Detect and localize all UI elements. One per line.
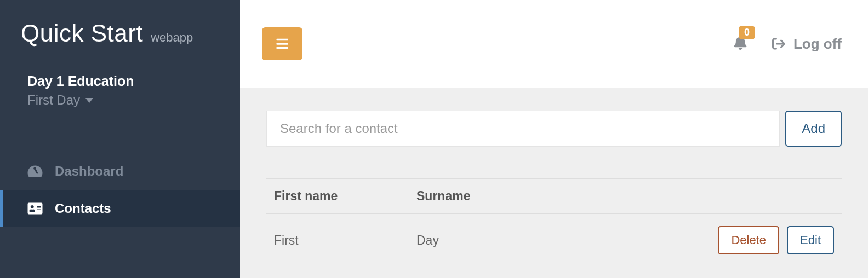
- bars-icon: [275, 37, 290, 50]
- sidebar-item-label: Contacts: [55, 201, 111, 216]
- col-header-surname: Surname: [416, 189, 703, 204]
- add-button[interactable]: Add: [785, 111, 842, 147]
- org-block: Day 1 Education First Day: [0, 60, 240, 125]
- topbar: 0 Log off: [240, 0, 868, 88]
- notifications-button[interactable]: 0: [733, 36, 747, 52]
- org-title: Day 1 Education: [27, 73, 213, 89]
- hamburger-button[interactable]: [262, 27, 302, 60]
- table-header: First name Surname: [266, 178, 842, 214]
- col-header-actions: [703, 189, 834, 204]
- notifications-badge: 0: [739, 26, 755, 39]
- logoff-label: Log off: [793, 36, 842, 53]
- sidebar-item-label: Dashboard: [55, 164, 123, 179]
- topbar-right: 0 Log off: [733, 36, 842, 53]
- brand-sub: webapp: [151, 31, 193, 45]
- table-row: First Day Delete Edit: [266, 214, 842, 267]
- delete-button[interactable]: Delete: [718, 226, 779, 254]
- contacts-table: First name Surname First Day Delete Edit: [266, 178, 842, 267]
- cell-firstname: First: [274, 233, 416, 248]
- col-header-firstname: First name: [274, 189, 416, 204]
- caret-down-icon: [85, 98, 93, 103]
- org-switcher[interactable]: First Day: [27, 92, 93, 108]
- topbar-left: [262, 27, 302, 60]
- sidebar-item-contacts[interactable]: Contacts: [0, 190, 240, 227]
- main: 0 Log off Add First name Surname First D…: [240, 0, 868, 278]
- search-input[interactable]: [266, 111, 780, 147]
- dashboard-icon: [27, 165, 43, 178]
- sign-out-icon: [772, 37, 786, 50]
- sidebar: Quick Start webapp Day 1 Education First…: [0, 0, 240, 278]
- org-switcher-label: First Day: [27, 92, 80, 108]
- sidebar-nav: Dashboard Contacts: [0, 153, 240, 227]
- cell-actions: Delete Edit: [703, 226, 834, 254]
- address-card-icon: [27, 202, 43, 215]
- search-row: Add: [266, 111, 842, 147]
- brand: Quick Start webapp: [0, 0, 240, 60]
- edit-button[interactable]: Edit: [787, 226, 834, 254]
- cell-surname: Day: [416, 233, 703, 248]
- brand-main: Quick Start: [21, 20, 143, 47]
- sidebar-item-dashboard[interactable]: Dashboard: [0, 153, 240, 190]
- logoff-button[interactable]: Log off: [772, 36, 842, 53]
- content: Add First name Surname First Day Delete …: [240, 88, 868, 267]
